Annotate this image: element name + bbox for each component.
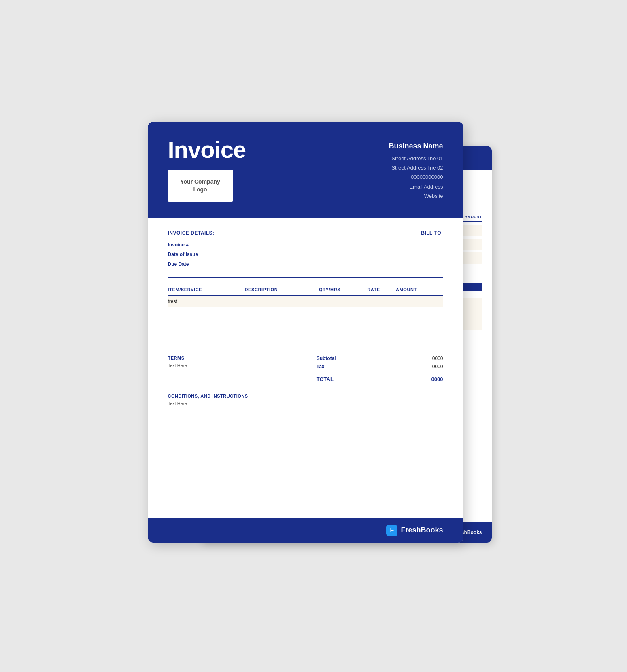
invoice-body: INVOICE DETAILS: Invoice # Date of Issue… [148,218,463,418]
row4-amount [396,333,443,346]
freshbooks-name: FreshBooks [401,526,443,534]
details-right: BILL TO: [421,230,443,236]
invoice-front: Invoice Your Company Logo Business Name … [148,122,463,543]
row3-desc [244,320,319,333]
row1-desc [244,296,319,307]
col-description: DESCRIPTION [244,287,319,296]
items-table: ITEM/SERVICE DESCRIPTION QTY/HRS RATE AM… [168,287,443,346]
row2-desc [244,307,319,320]
business-address-2: Street Address line 02 [389,163,443,172]
invoice-scene: INVOICE DETAILS: Invoice # 0000 Date of … [148,122,480,551]
table-row: trest [168,296,443,307]
tax-value: 0000 [432,364,443,369]
row3-amount [396,320,443,333]
col-amount: AMOUNT [396,287,443,296]
invoice-header: Invoice Your Company Logo Business Name … [148,122,463,218]
business-phone: 00000000000 [389,172,443,182]
tax-row: Tax 0000 [317,364,443,369]
total-label: TOTAL [317,376,334,382]
row4-qty [319,333,367,346]
terms-text: Text Here [168,363,278,368]
row1-amount [396,296,443,307]
row4-desc [244,333,319,346]
row4-rate [367,333,396,346]
totals-divider [317,373,443,373]
col-item-service: ITEM/SERVICE [168,287,245,296]
table-body: trest [168,296,443,346]
invoice-footer: F FreshBooks [148,518,463,543]
row2-amount [396,307,443,320]
row1-rate [367,296,396,307]
row2-rate [367,307,396,320]
row2-item [168,307,245,320]
row3-qty [319,320,367,333]
terms-heading: TERMS [168,356,278,360]
total-value: 0000 [431,376,443,382]
conditions-heading: CONDITIONS, AND INSTRUCTIONS [168,394,443,399]
table-header: ITEM/SERVICE DESCRIPTION QTY/HRS RATE AM… [168,287,443,296]
footer-section: TERMS Text Here Subtotal 0000 Tax 0000 T… [168,356,443,382]
row3-item [168,320,245,333]
row2-qty [319,307,367,320]
row1-item: trest [168,296,245,307]
conditions-section: CONDITIONS, AND INSTRUCTIONS Text Here [168,394,443,406]
business-address-1: Street Address line 01 [389,154,443,163]
business-website: Website [389,191,443,201]
col-rate: RATE [367,287,396,296]
header-right: Business Name Street Address line 01 Str… [389,138,443,201]
business-name: Business Name [389,142,443,151]
date-of-issue-label: Date of Issue [168,250,215,259]
table-row [168,307,443,320]
header-left: Invoice Your Company Logo [168,138,246,202]
footer-left: TERMS Text Here [168,356,278,368]
row3-rate [367,320,396,333]
table-row [168,333,443,346]
logo-line2: Logo [193,186,207,193]
table-header-row: ITEM/SERVICE DESCRIPTION QTY/HRS RATE AM… [168,287,443,296]
invoice-details-heading: INVOICE DETAILS: [168,230,215,236]
subtotal-row: Subtotal 0000 [317,356,443,361]
col-qty-hrs: QTY/HRS [319,287,367,296]
freshbooks-icon: F [386,525,397,536]
details-divider [168,277,443,278]
details-section: INVOICE DETAILS: Invoice # Date of Issue… [168,230,443,269]
invoice-number-label: Invoice # [168,240,215,250]
logo-box: Your Company Logo [168,170,233,202]
logo-line1: Your Company [180,178,220,185]
tax-label: Tax [317,364,325,369]
footer-right: Subtotal 0000 Tax 0000 TOTAL 0000 [317,356,443,382]
row1-qty [319,296,367,307]
table-row [168,320,443,333]
conditions-text: Text Here [168,401,443,406]
business-email: Email Address [389,182,443,191]
subtotal-label: Subtotal [317,356,336,361]
freshbooks-logo: F FreshBooks [386,525,443,536]
bill-to-label: BILL TO: [421,230,443,236]
total-row: TOTAL 0000 [317,376,443,382]
row4-item [168,333,245,346]
invoice-title: Invoice [168,138,246,161]
freshbooks-icon-letter: F [390,527,394,534]
details-left: INVOICE DETAILS: Invoice # Date of Issue… [168,230,215,269]
logo-text: Your Company Logo [180,178,220,193]
back-amount-header: AMOUNT [465,215,482,219]
subtotal-value: 0000 [432,356,443,361]
due-date-label: Due Date [168,259,215,269]
